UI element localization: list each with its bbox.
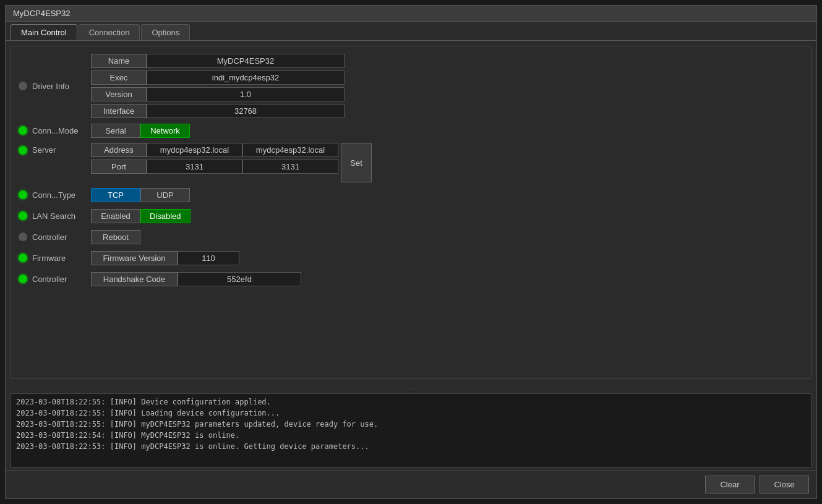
firmware-indicator: [19, 254, 27, 262]
conn-mode-indicator: [19, 126, 27, 135]
address-btn: Address: [91, 143, 147, 157]
exec-field-btn: Exec: [91, 70, 147, 85]
network-btn[interactable]: Network: [140, 124, 190, 138]
port-btn: Port: [91, 160, 147, 174]
interface-row: Interface 32768: [91, 104, 345, 118]
close-button[interactable]: Close: [760, 476, 809, 493]
driver-name-row: Name MyDCP4ESP32: [91, 54, 345, 68]
firmware-label: Firmware: [32, 254, 91, 263]
name-field-btn: Name: [91, 54, 147, 68]
server-fields: Address mydcp4esp32.local mydcp4esp32.lo…: [91, 143, 338, 174]
log-entry-0: 2023-03-08T18:22:55: [INFO] Device confi…: [16, 396, 806, 408]
port-value1: 3131: [147, 160, 242, 174]
address-value1: mydcp4esp32.local: [147, 143, 242, 157]
disabled-btn[interactable]: Disabled: [140, 209, 191, 223]
driver-info-label: Driver Info: [32, 82, 91, 91]
bottom-bar: Clear Close: [6, 470, 816, 498]
interface-field-btn: Interface: [91, 104, 147, 118]
title-bar: MyDCP4ESP32: [6, 6, 816, 22]
version-field-value: 1.0: [147, 87, 345, 101]
lan-search-label: LAN Search: [32, 211, 91, 221]
address-value2: mydcp4esp32.local: [242, 143, 338, 157]
driver-info-row: Driver Info Name MyDCP4ESP32 Exec indi_m…: [19, 54, 803, 118]
log-entry-2: 2023-03-08T18:22:55: [INFO] myDCP4ESP32 …: [16, 419, 806, 430]
control-panel: Driver Info Name MyDCP4ESP32 Exec indi_m…: [11, 46, 811, 379]
conn-type-indicator: [19, 190, 27, 199]
serial-btn[interactable]: Serial: [91, 124, 140, 138]
handshake-value: 552efd: [178, 272, 301, 286]
conn-type-row: Conn...Type TCP UDP: [19, 186, 803, 203]
version-field-btn: Version: [91, 87, 147, 101]
reboot-btn[interactable]: Reboot: [91, 230, 140, 244]
version-row: Version 1.0: [91, 87, 345, 101]
exec-field-value: indi_mydcp4esp32: [147, 70, 345, 85]
port-value2: 3131: [242, 160, 338, 174]
controller-row: Controller Reboot: [19, 228, 803, 246]
log-entry-4: 2023-03-08T18:22:53: [INFO] myDCP4ESP32 …: [16, 441, 806, 452]
controller-label: Controller: [32, 233, 91, 242]
handshake-code-btn: Handshake Code: [91, 272, 178, 286]
log-entry-1: 2023-03-08T18:22:55: [INFO] Loading devi…: [16, 408, 806, 419]
server-label: Server: [32, 143, 91, 155]
name-field-value: MyDCP4ESP32: [147, 54, 345, 68]
driver-info-indicator: [19, 82, 27, 90]
address-row: Address mydcp4esp32.local mydcp4esp32.lo…: [91, 143, 338, 157]
firmware-row: Firmware Firmware Version 110: [19, 249, 803, 267]
interface-field-value: 32768: [147, 104, 345, 118]
tab-options[interactable]: Options: [141, 24, 190, 40]
tabs-bar: Main Control Connection Options: [6, 22, 816, 41]
conn-mode-row: Conn...Mode Serial Network: [19, 122, 803, 139]
lan-search-indicator: [19, 211, 27, 220]
tcp-btn[interactable]: TCP: [91, 188, 140, 202]
app-window: MyDCP4ESP32 Main Control Connection Opti…: [5, 5, 817, 499]
conn-type-label: Conn...Type: [32, 190, 91, 200]
tab-main-control[interactable]: Main Control: [11, 24, 77, 40]
firmware-version-btn: Firmware Version: [91, 251, 178, 265]
driver-info-fields: Name MyDCP4ESP32 Exec indi_mydcp4esp32 V…: [91, 54, 345, 118]
window-title: MyDCP4ESP32: [13, 9, 70, 18]
server-row: Server Address mydcp4esp32.local mydcp4e…: [19, 143, 803, 182]
conn-mode-label: Conn...Mode: [32, 126, 91, 135]
lan-search-row: LAN Search Enabled Disabled: [19, 207, 803, 224]
log-entry-3: 2023-03-08T18:22:54: [INFO] MyDCP4ESP32 …: [16, 430, 806, 441]
handshake-indicator: [19, 275, 27, 283]
firmware-version-value: 110: [178, 251, 239, 265]
tab-connection[interactable]: Connection: [79, 24, 140, 40]
server-indicator: [19, 146, 27, 155]
udp-btn[interactable]: UDP: [140, 188, 190, 202]
main-content: Driver Info Name MyDCP4ESP32 Exec indi_m…: [6, 41, 816, 498]
handshake-label: Controller: [32, 275, 91, 284]
set-button[interactable]: Set: [341, 143, 372, 182]
controller-indicator: [19, 233, 27, 241]
enabled-btn[interactable]: Enabled: [91, 209, 140, 223]
port-row: Port 3131 3131: [91, 160, 338, 174]
handshake-row: Controller Handshake Code 552efd: [19, 270, 803, 288]
exec-row: Exec indi_mydcp4esp32: [91, 70, 345, 85]
clear-button[interactable]: Clear: [705, 476, 755, 493]
log-panel[interactable]: 2023-03-08T18:22:55: [INFO] Device confi…: [11, 393, 811, 468]
resize-handle[interactable]: ·····: [6, 384, 816, 393]
